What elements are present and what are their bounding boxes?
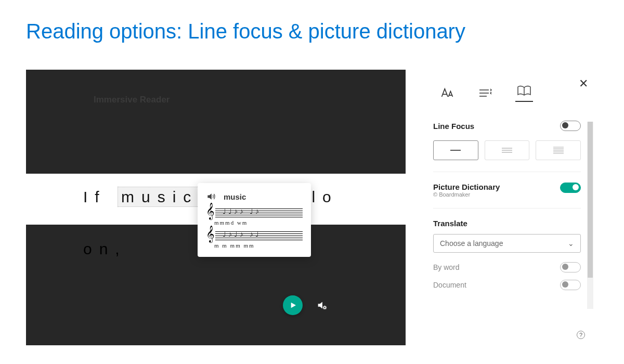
close-icon[interactable]: ✕ [579,77,588,90]
dim-region-bottom [26,282,406,345]
highlighted-word[interactable]: music [118,187,201,206]
dim-region-top: Immersive Reader [26,70,406,174]
svg-point-0 [323,307,326,309]
line-focus-one-line[interactable] [433,140,478,160]
by-word-label: By word [433,263,460,271]
chevron-down-icon: ⌄ [568,239,574,248]
language-placeholder: Choose a language [440,239,503,248]
grammar-options-tab-icon[interactable] [477,84,495,102]
voice-settings-icon[interactable] [316,300,328,313]
scrollbar-thumb[interactable] [588,122,593,278]
translate-by-word-toggle[interactable] [560,262,581,272]
picture-dictionary-copyright: © Boardmaker [433,191,500,198]
picture-dictionary-toggle[interactable] [560,183,581,193]
translate-label: Translate [433,219,581,228]
picture-dictionary-popup: music 𝄞♩♩♪♪ ♩♪ mmmd wm 𝄞♩♪♩♪ ♪♩ m m mm m… [198,183,311,257]
text-preferences-tab-icon[interactable] [438,84,456,102]
line-focus-three-lines[interactable] [485,140,530,160]
reading-options-panel: ✕ Line [419,70,595,345]
line-focus-toggle[interactable] [560,121,581,131]
dimmed-line-2: on, [83,240,127,258]
document-label: Document [433,281,466,289]
panel-scrollbar[interactable] [587,122,593,309]
reading-preferences-tab-icon[interactable] [515,84,533,102]
translate-document-toggle[interactable] [560,280,581,290]
lyric-line-1: mmmd wm [214,219,303,226]
app-name-label: Immersive Reader [94,95,170,105]
line-focus-five-lines[interactable] [536,140,581,160]
help-icon[interactable]: ? [577,331,585,339]
line-focus-label: Line Focus [433,122,474,131]
play-button[interactable] [283,295,303,315]
immersive-reader-frame: Immersive Reader If music ood of lo on, … [26,70,595,345]
popup-word-label: music [224,192,246,201]
panel-tabs [419,70,595,107]
line1-pre: If [83,188,118,205]
slide-title: Reading options: Line focus & picture di… [0,0,624,58]
music-illustration: 𝄞♩♩♪♪ ♩♪ mmmd wm 𝄞♩♪♩♪ ♪♩ m m mm mm [206,207,303,249]
picture-dictionary-label: Picture Dictionary [433,183,500,191]
speak-word-icon[interactable] [206,191,216,202]
lyric-line-2: m m mm mm [214,242,303,249]
translate-language-select[interactable]: Choose a language ⌄ [433,234,581,253]
